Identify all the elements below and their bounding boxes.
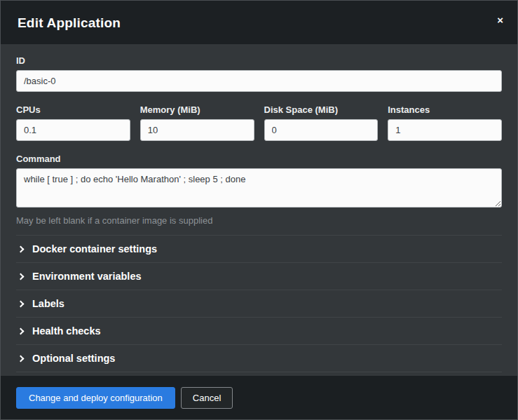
- id-label: ID: [16, 55, 502, 66]
- chevron-right-icon: [18, 327, 25, 334]
- modal-body: ID CPUs Memory (MiB) Disk Space (MiB) In…: [1, 44, 517, 376]
- instances-field: Instances: [388, 104, 502, 141]
- resources-row: CPUs Memory (MiB) Disk Space (MiB) Insta…: [16, 104, 502, 141]
- section-label: Optional settings: [32, 353, 115, 364]
- cancel-button[interactable]: Cancel: [181, 387, 233, 409]
- cpus-field: CPUs: [16, 104, 130, 141]
- chevron-right-icon: [18, 245, 25, 252]
- close-icon[interactable]: ×: [493, 12, 507, 28]
- section-labels[interactable]: Labels: [16, 290, 502, 317]
- disk-input[interactable]: [264, 119, 379, 141]
- id-field: ID: [16, 55, 502, 92]
- collapsible-sections: Docker container settings Environment va…: [16, 235, 502, 372]
- cpus-label: CPUs: [16, 104, 130, 115]
- id-input[interactable]: [16, 70, 502, 92]
- disk-field: Disk Space (MiB): [264, 104, 379, 141]
- section-label: Labels: [32, 298, 64, 309]
- chevron-right-icon: [18, 300, 25, 307]
- section-environment-variables[interactable]: Environment variables: [16, 262, 502, 290]
- memory-label: Memory (MiB): [140, 104, 254, 115]
- section-docker-container-settings[interactable]: Docker container settings: [16, 235, 502, 262]
- section-optional-settings[interactable]: Optional settings: [16, 344, 502, 372]
- chevron-right-icon: [18, 273, 25, 280]
- chevron-right-icon: [18, 355, 25, 362]
- instances-label: Instances: [388, 104, 502, 115]
- section-health-checks[interactable]: Health checks: [16, 317, 502, 344]
- modal-footer: Change and deploy configuration Cancel: [1, 376, 517, 419]
- instances-input[interactable]: [388, 119, 502, 141]
- section-label: Docker container settings: [32, 243, 157, 255]
- memory-field: Memory (MiB): [140, 104, 254, 141]
- section-label: Health checks: [32, 325, 101, 337]
- change-and-deploy-button[interactable]: Change and deploy configuration: [16, 387, 175, 409]
- command-field: Command while [ true ] ; do echo 'Hello …: [16, 154, 502, 226]
- modal-title: Edit Application: [18, 15, 500, 31]
- command-label: Command: [16, 154, 502, 164]
- section-label: Environment variables: [32, 271, 142, 282]
- memory-input[interactable]: [140, 119, 254, 141]
- disk-label: Disk Space (MiB): [264, 104, 379, 115]
- command-textarea[interactable]: while [ true ] ; do echo 'Hello Marathon…: [16, 168, 502, 208]
- cpus-input[interactable]: [16, 119, 130, 141]
- modal-header: Edit Application ×: [1, 1, 517, 44]
- edit-application-modal: Edit Application × ID CPUs Memory (MiB) …: [0, 0, 518, 420]
- command-help-text: May be left blank if a container image i…: [16, 215, 502, 226]
